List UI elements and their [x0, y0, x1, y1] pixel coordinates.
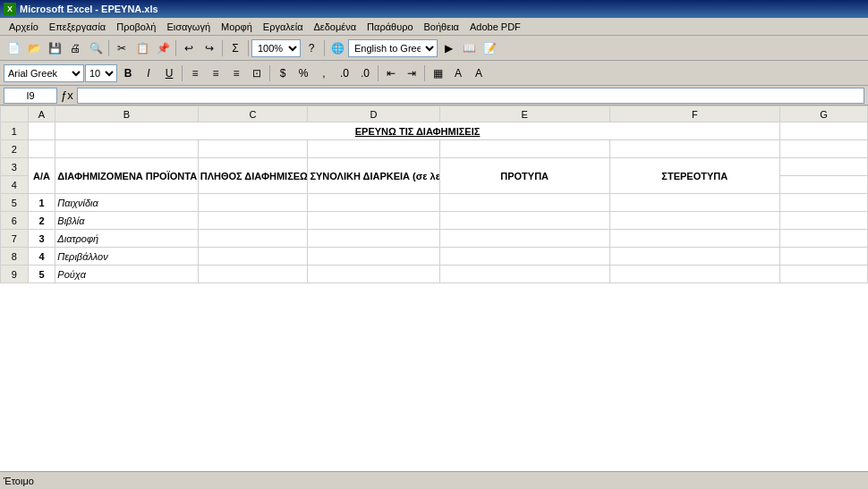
col-header-f[interactable]: F: [609, 106, 779, 122]
cell-g8[interactable]: [779, 248, 867, 266]
print-preview-button[interactable]: 🔍: [86, 38, 106, 58]
cell-d2[interactable]: [308, 140, 439, 158]
dec-inc-button[interactable]: .0: [335, 63, 354, 83]
col-header-b[interactable]: B: [55, 106, 198, 122]
align-left-button[interactable]: ≡: [185, 63, 205, 83]
copy-button[interactable]: 📋: [132, 38, 152, 58]
cell-d5[interactable]: [308, 194, 439, 212]
cell-c2[interactable]: [198, 140, 308, 158]
align-right-button[interactable]: ≡: [226, 63, 246, 83]
cell-d6[interactable]: [308, 212, 439, 230]
cell-c8[interactable]: [198, 248, 308, 266]
cell-num-3[interactable]: 3: [28, 230, 55, 248]
cell-num-2[interactable]: 2: [28, 212, 55, 230]
help-button[interactable]: ?: [302, 38, 321, 58]
cell-e8[interactable]: [439, 248, 609, 266]
cell-num-1[interactable]: 1: [28, 194, 55, 212]
col-header-a[interactable]: A: [28, 106, 55, 122]
header-duration[interactable]: ΣΥΝΟΛΙΚΗ ΔΙΑΡΚΕΙΑ (σε λεπτά): [308, 158, 439, 194]
italic-button[interactable]: I: [139, 63, 158, 83]
menu-format[interactable]: Μορφή: [216, 20, 258, 34]
cell-a1[interactable]: [28, 122, 55, 140]
row-num-7[interactable]: 7: [1, 230, 29, 248]
cell-e2[interactable]: [439, 140, 609, 158]
col-header-c[interactable]: C: [198, 106, 308, 122]
lang-go-button[interactable]: ▶: [438, 38, 458, 58]
cell-d7[interactable]: [308, 230, 439, 248]
row-num-9[interactable]: 9: [1, 266, 29, 283]
cell-g4[interactable]: [779, 176, 867, 194]
cell-f8[interactable]: [609, 248, 779, 266]
cell-g1[interactable]: [779, 122, 867, 140]
zoom-select[interactable]: 100%: [251, 39, 301, 57]
header-products[interactable]: ΔΙΑΦΗΜΙΖΟΜΕΝΑ ΠΡΟΪΟΝΤΑ: [55, 158, 198, 194]
cell-f2[interactable]: [609, 140, 779, 158]
cell-c5[interactable]: [198, 194, 308, 212]
lang-btn2[interactable]: 📝: [480, 38, 499, 58]
lang-btn1[interactable]: 📖: [459, 38, 479, 58]
cell-g3[interactable]: [779, 158, 867, 176]
cell-a2[interactable]: [28, 140, 55, 158]
print-button[interactable]: 🖨: [65, 38, 85, 58]
redo-button[interactable]: ↪: [200, 38, 219, 58]
cell-label-1[interactable]: Παιχνίδια: [55, 194, 198, 212]
row-num-5[interactable]: 5: [1, 194, 29, 212]
comma-button[interactable]: ,: [314, 63, 334, 83]
cell-reference-box[interactable]: [4, 88, 57, 104]
cell-label-3[interactable]: Διατροφή: [55, 230, 198, 248]
menu-file[interactable]: Αρχείο: [4, 20, 44, 34]
cell-d9[interactable]: [308, 266, 439, 283]
cell-g6[interactable]: [779, 212, 867, 230]
cell-f6[interactable]: [609, 212, 779, 230]
language-select[interactable]: English to Greek: [348, 39, 438, 57]
fill-color-button[interactable]: A: [448, 63, 468, 83]
cell-label-2[interactable]: Βιβλία: [55, 212, 198, 230]
sum-button[interactable]: Σ: [226, 38, 245, 58]
col-header-e[interactable]: E: [439, 106, 609, 122]
cell-num-4[interactable]: 4: [28, 248, 55, 266]
font-color-button[interactable]: A: [469, 63, 489, 83]
menu-insert[interactable]: Εισαγωγή: [161, 20, 216, 34]
cell-e5[interactable]: [439, 194, 609, 212]
dec-dec-button[interactable]: .0: [355, 63, 375, 83]
cell-b2[interactable]: [55, 140, 198, 158]
menu-window[interactable]: Παράθυρο: [362, 20, 418, 34]
percent-button[interactable]: %: [294, 63, 313, 83]
row-num-6[interactable]: 6: [1, 212, 29, 230]
bold-button[interactable]: B: [118, 63, 138, 83]
cell-f5[interactable]: [609, 194, 779, 212]
cut-button[interactable]: ✂: [112, 38, 132, 58]
cell-c7[interactable]: [198, 230, 308, 248]
header-prototypa[interactable]: ΠΡΟΤΥΠΑ: [439, 158, 609, 194]
open-button[interactable]: 📂: [24, 38, 44, 58]
cell-g2[interactable]: [779, 140, 867, 158]
menu-view[interactable]: Προβολή: [111, 20, 161, 34]
border-button[interactable]: ▦: [428, 63, 447, 83]
cell-g9[interactable]: [779, 266, 867, 283]
row-num-4[interactable]: 4: [1, 176, 29, 194]
cell-e6[interactable]: [439, 212, 609, 230]
save-button[interactable]: 💾: [45, 38, 64, 58]
menu-tools[interactable]: Εργαλεία: [258, 20, 309, 34]
underline-button[interactable]: U: [159, 63, 179, 83]
font-size-select[interactable]: 10: [85, 64, 117, 82]
cell-f9[interactable]: [609, 266, 779, 283]
cell-f7[interactable]: [609, 230, 779, 248]
cell-d8[interactable]: [308, 248, 439, 266]
cell-g5[interactable]: [779, 194, 867, 212]
indent-inc-button[interactable]: ⇥: [402, 63, 421, 83]
cell-c9[interactable]: [198, 266, 308, 283]
row-num-1[interactable]: 1: [1, 122, 29, 140]
menu-data[interactable]: Δεδομένα: [309, 20, 362, 34]
indent-dec-button[interactable]: ⇤: [381, 63, 401, 83]
formula-input[interactable]: [77, 88, 864, 104]
new-button[interactable]: 📄: [4, 38, 23, 58]
cell-title[interactable]: ΕΡΕΥΝΩ ΤΙΣ ΔΙΑΦΗΜΙΣΕΙΣ: [55, 122, 780, 140]
undo-button[interactable]: ↩: [179, 38, 199, 58]
cell-e7[interactable]: [439, 230, 609, 248]
menu-help[interactable]: Βοήθεια: [419, 20, 464, 34]
col-header-d[interactable]: D: [308, 106, 439, 122]
cell-num-5[interactable]: 5: [28, 266, 55, 283]
align-center-button[interactable]: ≡: [206, 63, 226, 83]
cell-label-5[interactable]: Ρούχα: [55, 266, 198, 283]
